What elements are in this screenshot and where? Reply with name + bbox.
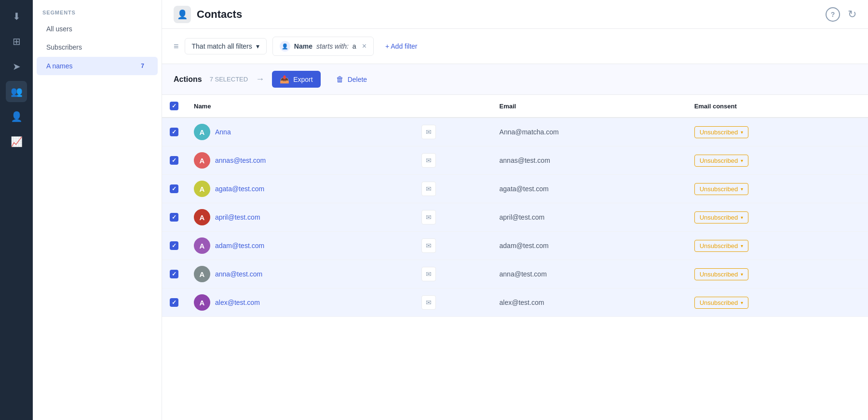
contact-name[interactable]: alex@test.com xyxy=(215,299,260,306)
nav-icon-contacts[interactable]: 👥 xyxy=(6,81,27,102)
help-icon[interactable]: ? xyxy=(826,7,840,22)
table-row: A anna@test.com ✉ anna@test.com Unsubscr… xyxy=(162,260,868,289)
row-checkbox[interactable] xyxy=(170,213,178,222)
contacts-table-container: Name Email Email consent A Anna ✉ Anna@m… xyxy=(162,95,868,420)
contact-email: annas@test.com xyxy=(500,157,550,164)
contact-name[interactable]: Anna xyxy=(215,128,231,136)
row-name-cell: A Anna xyxy=(186,118,414,146)
consent-badge[interactable]: Unsubscribed ▾ xyxy=(694,297,749,309)
email-icon-button[interactable]: ✉ xyxy=(421,125,436,139)
actions-bar: Actions 7 SELECTED → 📤 Export 🗑 Delete xyxy=(162,64,868,95)
consent-badge[interactable]: Unsubscribed ▾ xyxy=(694,183,749,195)
sidebar-item-all-users[interactable]: All users xyxy=(37,20,158,38)
row-checkbox[interactable] xyxy=(170,184,178,193)
export-button[interactable]: 📤 Export xyxy=(272,71,320,88)
row-email-icon-cell: ✉ xyxy=(414,175,491,203)
export-label: Export xyxy=(293,76,312,83)
nav-icon-contacts2[interactable]: 👤 xyxy=(6,106,27,127)
row-checkbox[interactable] xyxy=(170,128,178,136)
email-icon-button[interactable]: ✉ xyxy=(421,238,436,253)
dropdown-arrow-icon: ▾ xyxy=(256,42,259,50)
row-name-cell: A agata@test.com xyxy=(186,175,414,203)
consent-badge[interactable]: Unsubscribed ▾ xyxy=(694,126,749,138)
add-filter-label: + Add filter xyxy=(385,42,418,50)
sidebar: SEGMENTS All users Subscribers A names 7 xyxy=(33,0,162,420)
main-content: 👤 Contacts ? ↻ ≡ That match all filters … xyxy=(162,0,868,420)
consent-dropdown-icon: ▾ xyxy=(741,300,743,305)
add-filter-button[interactable]: + Add filter xyxy=(380,39,423,54)
filter-chip-value: a xyxy=(353,42,356,50)
contact-email: agata@test.com xyxy=(500,185,549,193)
row-checkbox-cell[interactable] xyxy=(162,289,186,317)
avatar: A xyxy=(194,209,210,225)
segments-label: SEGMENTS xyxy=(33,10,162,19)
arrow-icon: → xyxy=(256,74,264,84)
contact-name[interactable]: anna@test.com xyxy=(215,270,262,278)
nav-icon-analytics[interactable]: 📈 xyxy=(6,131,27,152)
consent-badge[interactable]: Unsubscribed ▾ xyxy=(694,268,749,280)
filter-chip-operator: starts with: xyxy=(316,42,349,50)
avatar: A xyxy=(194,152,210,169)
table-row: A adam@test.com ✉ adam@test.com Unsubscr… xyxy=(162,232,868,260)
match-filter-label: That match all filters xyxy=(192,42,252,50)
match-filter-button[interactable]: That match all filters ▾ xyxy=(185,38,267,54)
contact-name[interactable]: april@test.com xyxy=(215,213,260,221)
contact-email: Anna@matcha.com xyxy=(500,128,559,136)
row-checkbox[interactable] xyxy=(170,270,178,278)
row-name-cell: A april@test.com xyxy=(186,203,414,232)
nav-icon-download[interactable]: ⬇ xyxy=(6,6,27,27)
row-name-cell: A alex@test.com xyxy=(186,289,414,317)
sidebar-item-a-names[interactable]: A names 7 xyxy=(37,57,158,75)
filter-bar: ≡ That match all filters ▾ 👤 Name starts… xyxy=(162,29,868,64)
nav-icon-campaigns[interactable]: ➤ xyxy=(6,56,27,77)
contact-name[interactable]: adam@test.com xyxy=(215,242,264,249)
email-icon-button[interactable]: ✉ xyxy=(421,153,436,168)
email-icon-button[interactable]: ✉ xyxy=(421,267,436,281)
delete-button[interactable]: 🗑 Delete xyxy=(328,71,375,88)
contact-email: adam@test.com xyxy=(500,242,549,249)
row-checkbox[interactable] xyxy=(170,298,178,307)
filter-chip-close-icon[interactable]: × xyxy=(362,42,366,51)
row-email-icon-cell: ✉ xyxy=(414,260,491,289)
header-actions: ? ↻ xyxy=(826,7,856,22)
col-email-address: Email xyxy=(492,95,687,118)
filter-chip-person-icon: 👤 xyxy=(280,41,290,52)
row-email-cell: adam@test.com xyxy=(492,232,687,260)
consent-badge[interactable]: Unsubscribed ▾ xyxy=(694,211,749,223)
consent-badge[interactable]: Unsubscribed ▾ xyxy=(694,240,749,252)
row-checkbox-cell[interactable] xyxy=(162,203,186,232)
nav-icon-dashboard[interactable]: ⊞ xyxy=(6,31,27,52)
col-email-consent: Email consent xyxy=(687,95,868,118)
contacts-icon: 👤 xyxy=(174,6,191,23)
col-email xyxy=(414,95,491,118)
row-checkbox-cell[interactable] xyxy=(162,118,186,146)
row-checkbox-cell[interactable] xyxy=(162,260,186,289)
a-names-badge: 7 xyxy=(137,62,148,70)
consent-badge[interactable]: Unsubscribed ▾ xyxy=(694,155,749,167)
contact-name[interactable]: agata@test.com xyxy=(215,185,264,193)
avatar: A xyxy=(194,294,210,311)
export-icon: 📤 xyxy=(280,75,289,84)
row-consent-cell: Unsubscribed ▾ xyxy=(687,289,868,317)
row-checkbox[interactable] xyxy=(170,156,178,165)
row-checkbox-cell[interactable] xyxy=(162,146,186,175)
row-email-cell: anna@test.com xyxy=(492,260,687,289)
consent-dropdown-icon: ▾ xyxy=(741,215,743,220)
delete-icon: 🗑 xyxy=(336,75,344,84)
header-checkbox-cell[interactable] xyxy=(162,95,186,118)
sidebar-item-subscribers[interactable]: Subscribers xyxy=(37,39,158,56)
row-checkbox[interactable] xyxy=(170,241,178,250)
select-all-checkbox[interactable] xyxy=(170,102,178,110)
table-row: A april@test.com ✉ april@test.com Unsubs… xyxy=(162,203,868,232)
email-icon-button[interactable]: ✉ xyxy=(421,182,436,196)
col-name: Name xyxy=(186,95,414,118)
refresh-icon[interactable]: ↻ xyxy=(848,8,856,21)
row-name-cell: A anna@test.com xyxy=(186,260,414,289)
row-checkbox-cell[interactable] xyxy=(162,232,186,260)
email-icon-button[interactable]: ✉ xyxy=(421,295,436,310)
email-icon-button[interactable]: ✉ xyxy=(421,210,436,224)
name-filter-chip: 👤 Name starts with: a × xyxy=(272,37,374,56)
contact-name[interactable]: annas@test.com xyxy=(215,157,266,164)
row-checkbox-cell[interactable] xyxy=(162,175,186,203)
avatar: A xyxy=(194,181,210,197)
